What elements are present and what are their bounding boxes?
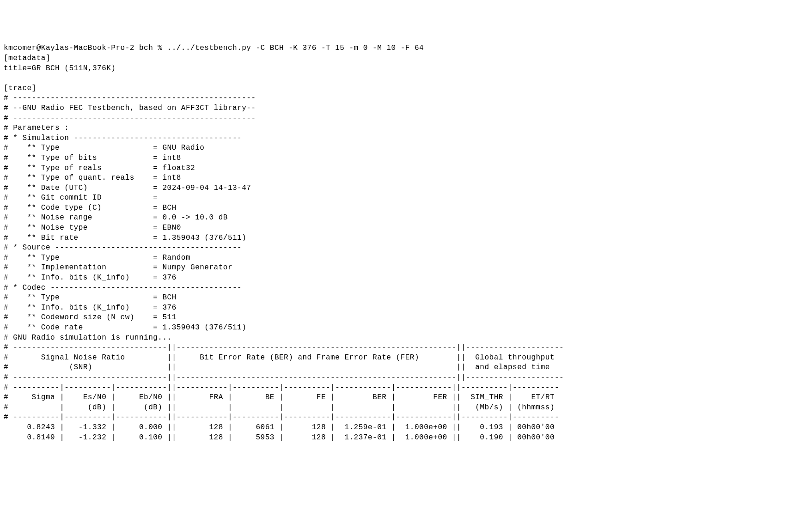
parameters-header: # Parameters : bbox=[4, 124, 69, 132]
separator: # --------------------------------------… bbox=[4, 114, 256, 122]
param-line: # ** Noise range = 0.0 -> 10.0 dB bbox=[4, 213, 228, 222]
shell-prompt: kmcomer@Kaylas-MacBook-Pro-2 bch % ../..… bbox=[4, 44, 424, 52]
param-line: # ** Info. bits (K_info) = 376 bbox=[4, 274, 177, 282]
param-line: # ** Code rate = 1.359043 (376/511) bbox=[4, 323, 246, 332]
param-line: # ** Type of reals = float32 bbox=[4, 164, 195, 172]
simulation-section: # * Simulation -------------------------… bbox=[4, 134, 242, 142]
metadata-section-header: [metadata] bbox=[4, 54, 50, 62]
table-row: 0.8149 | -1.232 | 0.100 || 128 | 5953 | … bbox=[4, 433, 559, 442]
table-row: 0.8243 | -1.332 | 0.000 || 128 | 6061 | … bbox=[4, 423, 559, 432]
title-line: title=GR BCH (511N,376K) bbox=[4, 64, 116, 73]
param-line: # ** Bit rate = 1.359043 (376/511) bbox=[4, 234, 246, 242]
param-line: # ** Codeword size (N_cw) = 511 bbox=[4, 313, 177, 322]
param-line: # ** Type = BCH bbox=[4, 293, 177, 302]
table-rule: # ---------------------------------||---… bbox=[4, 373, 564, 382]
table-column-header: # | (dB) | (dB) || | | | | || (Mb/s) | (… bbox=[4, 403, 559, 412]
param-line: # ** Type of quant. reals = int8 bbox=[4, 174, 181, 182]
table-rule: # ----------|----------|-----------||---… bbox=[4, 383, 559, 392]
running-line: # GNU Radio simulation is running... bbox=[4, 334, 172, 342]
param-line: # ** Code type (C) = BCH bbox=[4, 204, 177, 212]
param-line: # ** Type of bits = int8 bbox=[4, 154, 181, 162]
codec-section: # * Codec ------------------------------… bbox=[4, 284, 242, 292]
param-line: # ** Type = GNU Radio bbox=[4, 144, 204, 152]
param-line: # ** Date (UTC) = 2024-09-04 14-13-47 bbox=[4, 184, 251, 192]
table-group-header: # Signal Noise Ratio || Bit Error Rate (… bbox=[4, 353, 564, 362]
table-rule: # ---------------------------------||---… bbox=[4, 343, 564, 352]
table-rule: # ----------|----------|-----------||---… bbox=[4, 413, 559, 421]
banner-line: # --GNU Radio FEC Testbench, based on AF… bbox=[4, 104, 256, 112]
terminal-output: kmcomer@Kaylas-MacBook-Pro-2 bch % ../..… bbox=[4, 43, 808, 443]
param-line: # ** Type = Random bbox=[4, 254, 190, 262]
param-line: # ** Git commit ID = bbox=[4, 194, 158, 202]
param-line: # ** Implementation = Numpy Generator bbox=[4, 263, 232, 272]
param-line: # ** Info. bits (K_info) = 376 bbox=[4, 304, 177, 312]
separator: # --------------------------------------… bbox=[4, 94, 256, 102]
param-line: # ** Noise type = EBN0 bbox=[4, 224, 181, 232]
table-group-header: # (SNR) || || and elapsed time bbox=[4, 363, 564, 371]
table-column-header: # Sigma | Es/N0 | Eb/N0 || FRA | BE | FE… bbox=[4, 393, 559, 401]
trace-section-header: [trace] bbox=[4, 84, 37, 92]
source-section: # * Source -----------------------------… bbox=[4, 243, 242, 252]
